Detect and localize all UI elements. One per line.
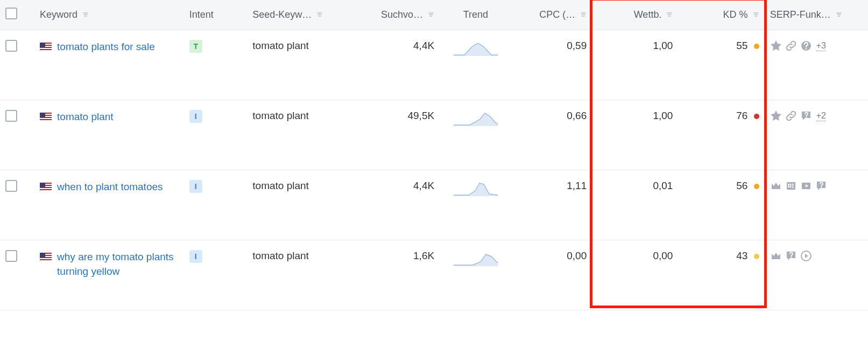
play-icon <box>800 250 812 262</box>
serp-features: +3 <box>770 40 863 52</box>
keyword-link[interactable]: tomato plants for sale <box>57 40 155 54</box>
intent-badge: I <box>189 250 202 263</box>
col-serp[interactable]: SERP-Funk… <box>765 0 868 30</box>
comment-q-icon <box>815 180 827 192</box>
sort-icon <box>753 9 759 20</box>
link-icon <box>785 40 797 52</box>
seed-keyword: tomato plant <box>247 30 350 100</box>
search-volume: 49,5K <box>351 100 440 170</box>
row-checkbox[interactable] <box>5 250 17 262</box>
serp-features: +2 <box>770 110 863 122</box>
col-trend-label: Trend <box>463 9 488 20</box>
kd-value: 76 <box>678 100 764 170</box>
col-seed-label: Seed-Keyw… <box>252 9 312 20</box>
cpc-value: 1,11 <box>512 170 592 240</box>
competition-value: 1,00 <box>592 100 678 170</box>
kd-difficulty-dot <box>754 44 759 49</box>
competition-value: 1,00 <box>592 30 678 100</box>
col-intent-label: Intent <box>189 9 214 20</box>
row-checkbox[interactable] <box>5 40 17 52</box>
competition-value: 0,01 <box>592 170 678 240</box>
keyword-link[interactable]: tomato plant <box>57 110 114 124</box>
keyword-table: Keyword Intent Seed-Keyw… Suchvo… <box>0 0 868 310</box>
col-seed[interactable]: Seed-Keyw… <box>247 0 350 30</box>
table-row: why are my tomato plants turning yellowI… <box>0 240 868 310</box>
flag-us-icon <box>40 253 52 261</box>
sort-icon <box>666 9 673 20</box>
comment-q-icon <box>785 250 797 262</box>
kd-difficulty-dot <box>754 254 759 259</box>
trend-sparkline <box>454 180 498 196</box>
kd-value: 43 <box>678 240 764 310</box>
kd-difficulty-dot <box>754 184 759 189</box>
sort-icon <box>82 9 89 20</box>
table-row: tomato plants for saleTtomato plant4,4K0… <box>0 30 868 100</box>
search-volume: 4,4K <box>351 30 440 100</box>
serp-features <box>770 250 863 262</box>
intent-badge: I <box>189 180 202 193</box>
search-volume: 4,4K <box>351 170 440 240</box>
intent-badge: T <box>189 40 202 53</box>
col-cpc[interactable]: CPC (… <box>512 0 592 30</box>
seed-keyword: tomato plant <box>247 170 350 240</box>
star-icon <box>770 40 782 52</box>
kd-difficulty-dot <box>754 114 759 119</box>
link-icon <box>785 110 797 122</box>
trend-sparkline <box>454 40 498 56</box>
question-icon <box>800 40 812 52</box>
col-volume-label: Suchvo… <box>381 9 423 20</box>
col-checkbox <box>0 0 34 30</box>
keyword-link[interactable]: why are my tomato plants turning yellow <box>57 250 179 279</box>
intent-badge: I <box>189 110 202 123</box>
col-keyword-label: Keyword <box>40 9 77 20</box>
col-wettb[interactable]: Wettb. <box>592 0 678 30</box>
cpc-value: 0,59 <box>512 30 592 100</box>
crown-icon <box>770 250 782 262</box>
crown-icon <box>770 180 782 192</box>
sort-icon <box>428 9 434 20</box>
seed-keyword: tomato plant <box>247 240 350 310</box>
serp-features <box>770 180 863 192</box>
trend-sparkline <box>454 110 498 126</box>
competition-value: 0,00 <box>592 240 678 310</box>
col-kd[interactable]: KD % <box>678 0 764 30</box>
cpc-value: 0,66 <box>512 100 592 170</box>
col-cpc-label: CPC (… <box>539 9 575 20</box>
col-wettb-label: Wettb. <box>634 9 662 20</box>
cpc-value: 0,00 <box>512 240 592 310</box>
flag-us-icon <box>40 113 52 121</box>
search-volume: 1,6K <box>351 240 440 310</box>
table-row: tomato plantItomato plant49,5K0,661,0076… <box>0 100 868 170</box>
table-header-row: Keyword Intent Seed-Keyw… Suchvo… <box>0 0 868 30</box>
news-icon <box>785 180 797 192</box>
col-volume[interactable]: Suchvo… <box>351 0 440 30</box>
video-icon <box>800 180 812 192</box>
serp-more-count[interactable]: +3 <box>816 41 826 51</box>
col-intent[interactable]: Intent <box>184 0 248 30</box>
seed-keyword: tomato plant <box>247 100 350 170</box>
kd-value: 56 <box>678 170 764 240</box>
table-row: when to plant tomatoesItomato plant4,4K1… <box>0 170 868 240</box>
sort-icon <box>316 9 323 20</box>
col-keyword[interactable]: Keyword <box>34 0 184 30</box>
row-checkbox[interactable] <box>5 180 17 192</box>
star-icon <box>770 110 782 122</box>
comment-q-icon <box>800 110 812 122</box>
select-all-checkbox[interactable] <box>5 8 17 19</box>
col-trend[interactable]: Trend <box>440 0 512 30</box>
col-kd-label: KD % <box>723 9 748 20</box>
kd-value: 55 <box>678 30 764 100</box>
sort-icon <box>836 9 842 20</box>
col-serp-label: SERP-Funk… <box>770 9 831 20</box>
sort-icon <box>580 9 587 20</box>
keyword-table-wrap: Keyword Intent Seed-Keyw… Suchvo… <box>0 0 868 310</box>
flag-us-icon <box>40 183 52 191</box>
keyword-link[interactable]: when to plant tomatoes <box>57 180 163 195</box>
row-checkbox[interactable] <box>5 110 17 122</box>
trend-sparkline <box>454 250 498 266</box>
serp-more-count[interactable]: +2 <box>816 111 826 121</box>
flag-us-icon <box>40 43 52 51</box>
